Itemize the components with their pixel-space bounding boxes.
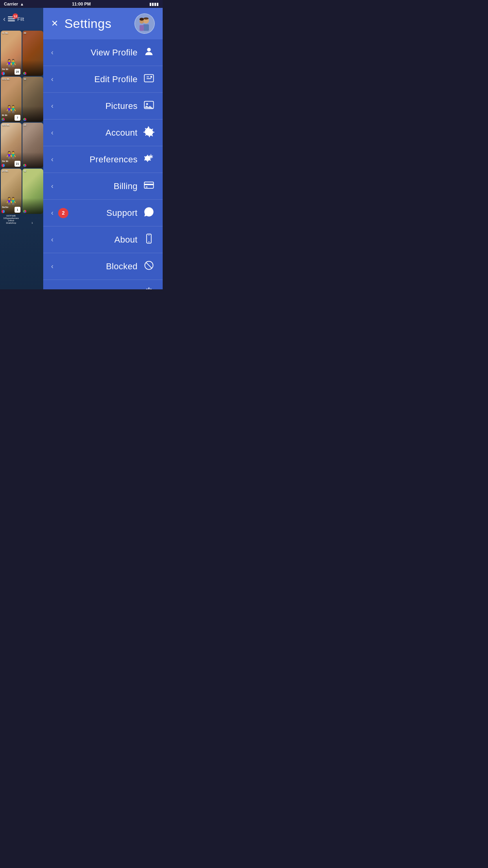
svg-rect-2 xyxy=(143,24,149,31)
sidebar-item-edit-profile[interactable]: ‹ Edit Profile xyxy=(43,66,163,93)
svg-rect-8 xyxy=(144,74,153,82)
phone-icon xyxy=(143,233,155,246)
svg-rect-18 xyxy=(144,184,153,185)
support-notification-badge: 2 xyxy=(58,208,68,218)
settings-menu: ‹ View Profile ‹ Edit Profile xyxy=(43,39,163,289)
close-button[interactable]: ✕ xyxy=(51,19,58,28)
card-names: 1baitshop 1 xyxy=(0,222,43,224)
photo-icon xyxy=(143,99,155,113)
svg-rect-19 xyxy=(146,186,148,187)
background-nav: ‹ 12 Filt xyxy=(0,8,43,30)
view-profile-label: View Profile xyxy=(53,48,138,58)
blocked-label: Blocked xyxy=(53,261,138,272)
preferences-label: Preferences xyxy=(53,154,138,165)
sidebar-item-blocked[interactable]: ‹ Blocked xyxy=(43,253,163,280)
svg-point-7 xyxy=(147,48,150,51)
settings-title: Settings xyxy=(64,17,128,31)
list-item: 24 Mi. 👫 StrStr 1 xyxy=(1,169,22,214)
settings-header: ✕ Settings xyxy=(43,8,163,39)
filter-text: Filt xyxy=(17,16,24,22)
logout-label: Log out xyxy=(51,288,132,290)
block-icon xyxy=(143,260,155,273)
sidebar-item-preferences[interactable]: ‹ Preferences xyxy=(43,146,163,173)
svg-point-5 xyxy=(139,18,144,20)
sidebar-item-account[interactable]: ‹ Account xyxy=(43,120,163,146)
time-label: 11:00 PM xyxy=(72,2,91,6)
pictures-label: Pictures xyxy=(53,101,138,111)
svg-point-13 xyxy=(146,103,148,105)
wifi-icon: ▲ xyxy=(20,2,24,6)
preferences-gear-icon xyxy=(143,153,155,166)
background-app-panel: ‹ 12 Filt 41 Mi. 👫 Str Bi 20 39 431 Mi. xyxy=(0,8,43,289)
sidebar-item-billing[interactable]: ‹ Billing xyxy=(43,173,163,200)
person-icon xyxy=(143,46,155,59)
sidebar-item-about[interactable]: ‹ About xyxy=(43,226,163,253)
battery-icon: ▮▮▮▮ xyxy=(149,2,159,6)
sidebar-item-pictures[interactable]: ‹ Pictures xyxy=(43,93,163,120)
list-item: 39 xyxy=(22,31,43,76)
svg-point-6 xyxy=(143,17,149,20)
svg-line-24 xyxy=(146,262,152,268)
sidebar-item-support[interactable]: ‹ 2 Support xyxy=(43,200,163,226)
about-label: About xyxy=(53,235,138,245)
chat-icon xyxy=(143,206,155,220)
list-item: 28 xyxy=(22,123,43,168)
cards-grid: 41 Mi. 👫 Str Bi 20 39 431 Mi. 👫 Bi Bi 7 … xyxy=(0,30,43,215)
svg-rect-22 xyxy=(148,235,150,235)
svg-rect-4 xyxy=(139,25,144,31)
power-icon xyxy=(143,287,155,290)
status-bar: Carrier ▲ 11:00 PM ▮▮▮▮ xyxy=(0,0,163,8)
sidebar-item-view-profile[interactable]: ‹ View Profile xyxy=(43,39,163,66)
svg-point-11 xyxy=(150,76,152,78)
edit-card-icon xyxy=(143,73,155,86)
carrier-label: Carrier xyxy=(4,2,18,6)
list-item: 431 Mi. 👫 Bi Bi 7 xyxy=(1,77,22,122)
settings-panel: ✕ Settings ‹ View Profile xyxy=(43,8,163,289)
back-arrow-icon: ‹ xyxy=(3,15,6,23)
credit-card-icon xyxy=(143,180,155,193)
list-item: 42 xyxy=(22,77,43,122)
billing-label: Billing xyxy=(53,181,138,191)
hamburger-menu-icon: 12 xyxy=(8,17,15,21)
account-label: Account xyxy=(53,128,138,138)
edit-profile-label: Edit Profile xyxy=(53,74,138,85)
svg-point-21 xyxy=(149,241,149,242)
logout-button[interactable]: Log out xyxy=(43,280,163,289)
avatar[interactable] xyxy=(134,13,155,34)
list-item: 41 Mi. 👫 Str Bi 20 xyxy=(1,31,22,76)
gear-icon xyxy=(143,126,155,140)
list-item: 405 Mi. 👫 Str Bi 21 xyxy=(1,123,22,168)
list-item: 42 xyxy=(22,169,43,214)
